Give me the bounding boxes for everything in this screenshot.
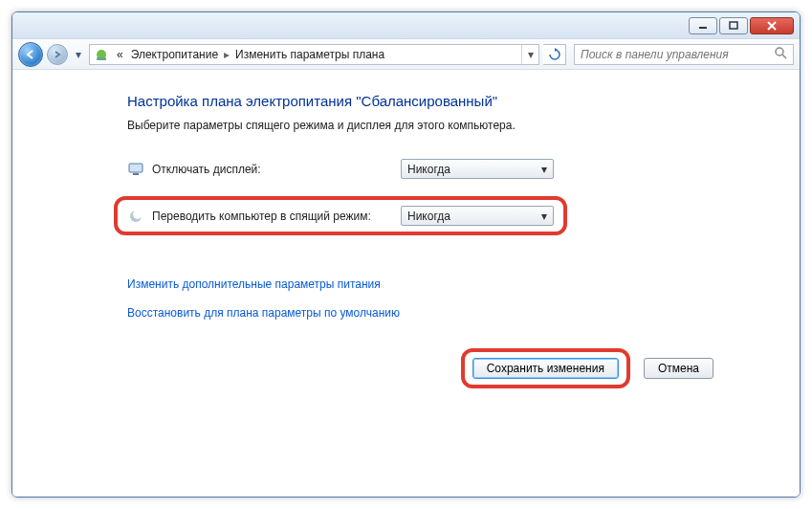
save-button[interactable]: Сохранить изменения (472, 358, 619, 379)
svg-point-11 (133, 210, 143, 219)
monitor-icon (127, 161, 144, 178)
restore-defaults-link[interactable]: Восстановить для плана параметры по умол… (127, 306, 771, 320)
control-panel-window: ▾ « Электропитание ▸ Изменить параметры … (11, 11, 801, 498)
svg-rect-9 (133, 173, 139, 175)
chevron-down-icon: ▾ (541, 163, 547, 176)
history-dropdown-icon[interactable]: ▾ (72, 44, 85, 65)
refresh-button[interactable] (543, 44, 566, 65)
display-off-value: Никогда (407, 163, 450, 176)
page-description: Выберите параметры спящего режима и дисп… (127, 119, 771, 132)
maximize-button[interactable] (719, 17, 748, 34)
power-plan-icon (94, 47, 109, 62)
minimize-button[interactable] (689, 17, 717, 34)
button-bar: Сохранить изменения Отмена (127, 348, 771, 388)
setting-row-sleep: Переводить компьютер в спящий режим: Ник… (114, 196, 567, 235)
close-button[interactable] (750, 17, 794, 34)
save-highlight: Сохранить изменения (461, 348, 630, 388)
back-button[interactable] (18, 42, 43, 67)
breadcrumb-power-options[interactable]: Электропитание (127, 48, 222, 61)
content-area: Настройка плана электропитания "Сбаланси… (12, 70, 800, 497)
setting-row-display-off: Отключать дисплей: Никогда ▾ (127, 159, 771, 179)
display-off-label: Отключать дисплей: (152, 163, 401, 176)
address-dropdown-icon[interactable]: ▾ (521, 45, 538, 64)
advanced-settings-link[interactable]: Изменить дополнительные параметры питани… (127, 277, 771, 291)
svg-point-6 (776, 48, 783, 55)
display-off-combo[interactable]: Никогда ▾ (401, 159, 554, 179)
navigation-bar: ▾ « Электропитание ▸ Изменить параметры … (12, 39, 800, 70)
svg-rect-1 (730, 22, 737, 29)
moon-icon (127, 208, 144, 225)
address-bar[interactable]: « Электропитание ▸ Изменить параметры пл… (89, 44, 539, 65)
svg-rect-8 (129, 164, 143, 172)
cancel-button[interactable]: Отмена (644, 358, 713, 379)
links-section: Изменить дополнительные параметры питани… (127, 277, 771, 320)
breadcrumb-prefix: « (113, 48, 127, 61)
svg-rect-5 (97, 57, 106, 60)
titlebar (12, 12, 800, 39)
sleep-value: Никогда (407, 210, 450, 223)
breadcrumb-separator-icon: ▸ (222, 48, 231, 61)
sleep-label: Переводить компьютер в спящий режим: (152, 210, 401, 223)
search-icon (774, 46, 789, 62)
svg-line-7 (782, 55, 786, 58)
sleep-combo[interactable]: Никогда ▾ (401, 206, 554, 226)
breadcrumb-edit-plan[interactable]: Изменить параметры плана (231, 48, 388, 61)
search-input[interactable] (579, 47, 774, 62)
forward-button[interactable] (47, 44, 68, 65)
chevron-down-icon: ▾ (541, 210, 547, 223)
page-title: Настройка плана электропитания "Сбаланси… (127, 93, 771, 109)
search-box[interactable] (574, 44, 794, 65)
